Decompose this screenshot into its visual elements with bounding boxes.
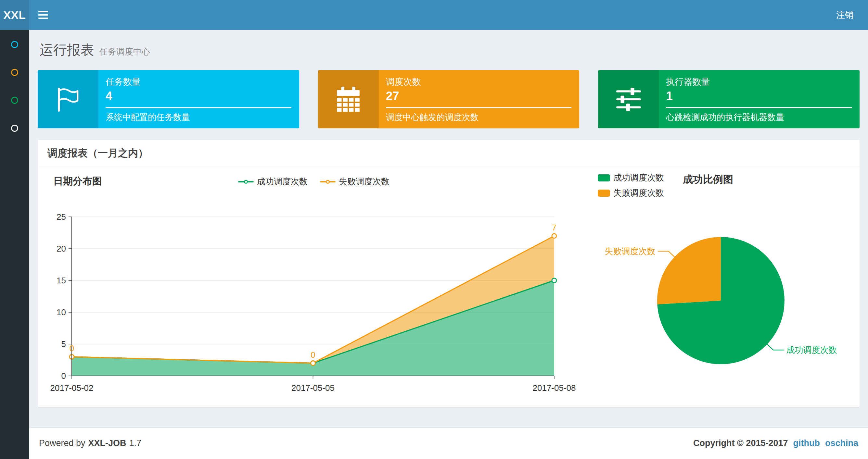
info-box-executor-count: 执行器数量 1 心跳检测成功的执行器机器数量 [598, 70, 860, 128]
svg-text:0: 0 [61, 371, 66, 381]
pie-chart-canvas: 成功调度次数失败调度次数 [587, 203, 853, 380]
line-chart-canvas: 05101520252017-05-022017-05-052017-05-08… [41, 194, 587, 402]
pie-label-1: 失败调度次数 [605, 247, 655, 256]
pie-label-line-1 [658, 251, 675, 257]
svg-text:2017-05-02: 2017-05-02 [50, 383, 94, 393]
page-title: 运行报表 任务调度中心 [40, 41, 858, 59]
info-box-title: 任务数量 [105, 76, 291, 88]
svg-text:2017-05-08: 2017-05-08 [533, 383, 576, 393]
footer-app-name: XXL-JOB [88, 438, 126, 448]
line-legend-item-0[interactable]: 成功调度次数 [238, 176, 308, 187]
panel-title: 调度报表（一月之内） [38, 140, 860, 167]
oschina-link[interactable]: oschina [825, 438, 858, 448]
info-box-value: 4 [105, 89, 291, 103]
info-box-description: 调度中心触发的调度次数 [386, 112, 572, 123]
page-subtitle: 任务调度中心 [99, 46, 150, 58]
report-panel: 调度报表（一月之内） 日期分布图 成功调度次数失败调度次数 0510152025… [38, 140, 860, 407]
collapsed-sidebar [0, 30, 29, 459]
svg-text:20: 20 [57, 244, 66, 254]
info-box-progress [666, 107, 852, 108]
date-distribution-chart: 日期分布图 成功调度次数失败调度次数 05101520252017-05-022… [41, 169, 587, 402]
footer-copyright: Copyright © 2015-2017 github oschina [693, 438, 858, 448]
svg-text:0: 0 [69, 343, 74, 353]
info-box-title: 调度次数 [386, 76, 572, 88]
svg-text:7: 7 [552, 223, 556, 232]
sliders-icon [598, 70, 659, 128]
info-box-title: 执行器数量 [666, 76, 852, 88]
logout-link[interactable]: 注销 [836, 9, 854, 21]
pie-legend-item-1[interactable]: 失败调度次数 [598, 187, 664, 199]
svg-text:5: 5 [61, 339, 66, 349]
pie-chart-title: 成功比例图 [683, 173, 733, 186]
line-chart-legend: 成功调度次数失败调度次数 [41, 176, 587, 187]
top-navbar: XXL 注销 [0, 0, 868, 30]
sidebar-menu-icon-4[interactable] [11, 125, 18, 132]
success-ratio-chart: 成功调度次数失败调度次数 成功比例图 成功调度次数失败调度次数 [587, 169, 856, 402]
flag-icon [38, 70, 98, 128]
info-box-value: 27 [386, 89, 572, 103]
sidebar-toggle-button[interactable] [29, 0, 57, 30]
calendar-icon [318, 70, 379, 128]
hamburger-icon [38, 11, 48, 19]
info-box-progress [105, 107, 291, 108]
info-box-row: 任务数量 4 系统中配置的任务数量 [38, 70, 860, 128]
line-legend-item-1[interactable]: 失败调度次数 [320, 176, 390, 187]
page-title-text: 运行报表 [40, 41, 94, 59]
content-header: 运行报表 任务调度中心 [38, 30, 860, 59]
footer-version: 1.7 [129, 438, 142, 448]
svg-text:15: 15 [57, 275, 66, 285]
app-logo[interactable]: XXL [0, 0, 29, 30]
info-box-job-count: 任务数量 4 系统中配置的任务数量 [38, 70, 299, 128]
legend-line-marker [320, 181, 336, 183]
navbar-right: 注销 [822, 0, 868, 30]
info-box-value: 1 [666, 89, 852, 103]
pie-chart-legend: 成功调度次数失败调度次数 [598, 172, 664, 199]
sidebar-menu-icon-2[interactable] [11, 69, 18, 76]
sidebar-menu-icon-3[interactable] [11, 97, 18, 104]
footer-powered-by: Powered by XXL-JOB 1.7 [39, 438, 141, 448]
svg-text:0: 0 [311, 350, 315, 360]
content-area: 运行报表 任务调度中心 任务数量 4 系统中配置的任务数量 [29, 30, 868, 427]
svg-text:25: 25 [57, 212, 66, 222]
svg-text:2017-05-05: 2017-05-05 [291, 383, 335, 393]
info-box-description: 系统中配置的任务数量 [105, 112, 291, 123]
info-box-progress [386, 107, 572, 108]
legend-line-marker [238, 181, 254, 183]
info-box-trigger-count: 调度次数 27 调度中心触发的调度次数 [318, 70, 580, 128]
pie-slice-1 [657, 237, 721, 304]
github-link[interactable]: github [793, 438, 820, 448]
pie-label-line-0 [767, 345, 784, 350]
pie-label-0: 成功调度次数 [786, 345, 837, 355]
pie-legend-item-0[interactable]: 成功调度次数 [598, 172, 664, 184]
footer: Powered by XXL-JOB 1.7 Copyright © 2015-… [29, 427, 868, 459]
sidebar-menu-icon-1[interactable] [11, 41, 18, 48]
legend-swatch [598, 190, 610, 197]
legend-swatch [598, 174, 610, 182]
svg-text:10: 10 [57, 307, 66, 317]
info-box-description: 心跳检测成功的执行器机器数量 [666, 112, 852, 123]
